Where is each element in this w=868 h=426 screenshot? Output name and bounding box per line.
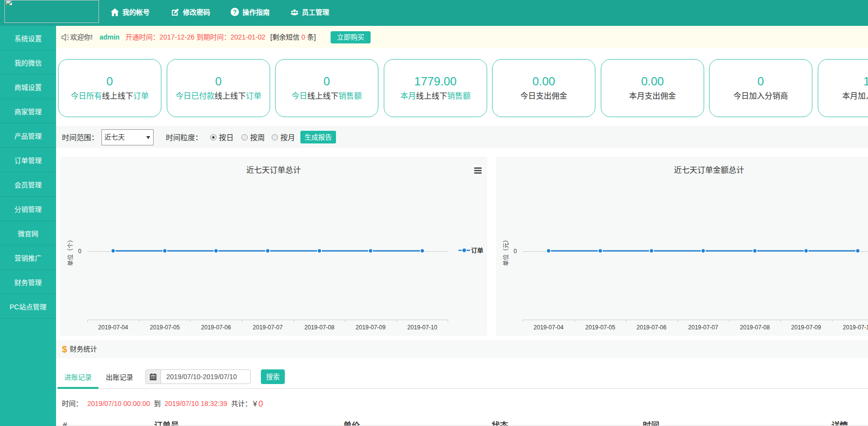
svg-text:2019-07-10: 2019-07-10 xyxy=(407,324,437,331)
svg-text:2019-07-06: 2019-07-06 xyxy=(201,324,231,331)
svg-text:2019-07-04: 2019-07-04 xyxy=(533,324,564,331)
svg-text:2019-07-07: 2019-07-07 xyxy=(253,324,283,331)
svg-text:2019-07-09: 2019-07-09 xyxy=(791,324,821,331)
svg-text:2019-07-10: 2019-07-10 xyxy=(843,324,868,331)
svg-text:0: 0 xyxy=(513,248,517,255)
svg-text:2019-07-05: 2019-07-05 xyxy=(150,324,180,331)
svg-text:0: 0 xyxy=(78,248,81,255)
svg-text:订单: 订单 xyxy=(471,247,484,254)
svg-text:2019-07-05: 2019-07-05 xyxy=(585,324,615,331)
svg-text:2019-07-07: 2019-07-07 xyxy=(688,324,718,331)
svg-text:2019-07-04: 2019-07-04 xyxy=(98,324,128,331)
svg-text:近七天订单金额总计: 近七天订单金额总计 xyxy=(674,166,744,174)
svg-text:2019-07-08: 2019-07-08 xyxy=(740,324,770,331)
svg-text:2019-07-08: 2019-07-08 xyxy=(304,324,335,331)
svg-text:近七天订单总计: 近七天订单总计 xyxy=(246,166,301,174)
svg-text:2019-07-09: 2019-07-09 xyxy=(355,324,386,331)
svg-text:单位（元）: 单位（元） xyxy=(502,237,510,266)
svg-text:单位（个）: 单位（个） xyxy=(67,237,74,266)
svg-text:2019-07-06: 2019-07-06 xyxy=(636,324,667,331)
svg-text:?: ? xyxy=(233,9,237,16)
